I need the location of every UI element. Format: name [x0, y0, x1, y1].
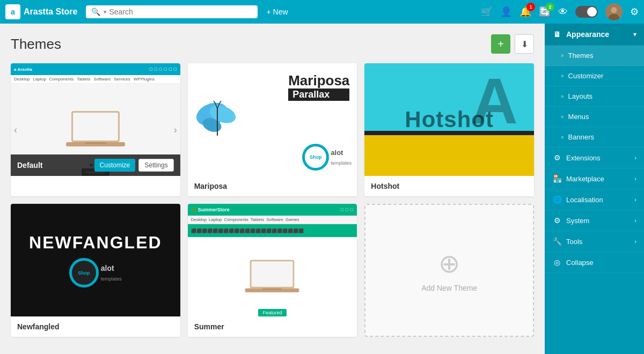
search-dropdown-icon[interactable]: ▾ [104, 9, 107, 16]
summer-featured-badge: Featured [258, 309, 286, 316]
theme-card-mariposa: Mariposa Parallax Shop alot templates [188, 63, 357, 196]
layouts-bullet: » [561, 93, 564, 99]
appearance-label: Appearance [566, 30, 609, 39]
sync-icon[interactable]: 🔄 2 [539, 6, 551, 18]
customizer-label: Customizer [568, 72, 604, 80]
theme-preview-newfangled: Newfangled Shop alot templates [11, 204, 180, 316]
download-button[interactable]: ⬇ [515, 34, 534, 54]
account-icon[interactable]: 👁 [558, 6, 568, 18]
tools-label: Tools [566, 238, 582, 246]
sidebar-banners[interactable]: » Banners [545, 127, 644, 148]
settings-button-default[interactable]: Settings [138, 159, 173, 172]
sidebar-localisation[interactable]: 🌐 Localisation › [545, 189, 644, 210]
system-chevron: › [634, 217, 636, 224]
summer-laptop-image [243, 257, 302, 297]
laptop-image [63, 108, 128, 151]
sidebar-tools[interactable]: 🔧 Tools › [545, 231, 644, 252]
monitor-icon: 🖥 [552, 30, 562, 39]
theme-preview-summer: 🌿 SummerStore ▢ ▢ ▢ DesktopLaptopCompone… [188, 204, 357, 316]
theme-card-hotshot: A Hotshot Hotshot [364, 63, 534, 196]
themes-bullet: » [561, 53, 564, 58]
app-logo[interactable]: a Arastta Store [5, 4, 77, 19]
new-button[interactable]: + New [266, 8, 288, 16]
theme-preview-default: a Arastta ▢ ▢ ▢ ▢ ▢ ▢ DesktopLaptopCompo… [11, 63, 180, 176]
sidebar-themes[interactable]: » Themes [545, 46, 644, 66]
localisation-label: Localisation [566, 196, 603, 204]
theme-card-newfangled: Newfangled Shop alot templates [11, 204, 180, 337]
extensions-chevron: › [634, 154, 636, 161]
topnav-right: 🛒 👤 🔔 1 🔄 2 👁 ⚙ [481, 3, 639, 20]
search-bar: 🔍 ▾ [86, 5, 258, 18]
sidebar-system[interactable]: ⚙ System › [545, 210, 644, 231]
sidebar-customizer[interactable]: » Customizer [545, 66, 644, 86]
sidebar: 🖥 Appearance ▾ » Themes » Customizer » L… [545, 24, 644, 354]
slider-right-arrow[interactable]: › [174, 124, 177, 136]
add-new-theme-card[interactable]: ⊕ Add New Theme [364, 204, 534, 337]
system-icon: ⚙ [552, 216, 562, 225]
add-theme-button[interactable]: + [491, 34, 510, 54]
avatar[interactable] [605, 3, 623, 20]
menus-bullet: » [561, 114, 564, 120]
sidebar-layouts[interactable]: » Layouts [545, 86, 644, 107]
collapse-icon: ◎ [552, 258, 562, 267]
search-icon[interactable]: 🔍 [91, 8, 100, 16]
theme-footer-hotshot: Hotshot [364, 176, 534, 196]
default-theme-overlay: Default Customize Settings [11, 154, 180, 176]
sidebar-appearance[interactable]: 🖥 Appearance ▾ [545, 24, 644, 46]
default-label: Default [17, 161, 42, 169]
theme-footer-newfangled: Newfangled [11, 316, 180, 337]
search-input[interactable] [109, 8, 252, 16]
page-title: Themes [11, 36, 61, 53]
customize-button-default[interactable]: Customize [94, 159, 136, 172]
theme-preview-hotshot: A Hotshot [364, 63, 534, 176]
theme-footer-summer: Summer [188, 316, 357, 337]
themes-grid: a Arastta ▢ ▢ ▢ ▢ ▢ ▢ DesktopLaptopCompo… [11, 63, 534, 337]
system-label: System [566, 217, 589, 225]
layout: Themes + ⬇ a Arastta ▢ ▢ ▢ ▢ ▢ ▢ Desktop… [0, 24, 644, 354]
sidebar-collapse[interactable]: ◎ Collapse [545, 252, 644, 273]
svg-rect-14 [262, 288, 282, 290]
parallax-label: Parallax [288, 88, 349, 101]
app-title: Arastta Store [24, 7, 77, 17]
settings-icon[interactable]: ⚙ [630, 6, 639, 18]
cart-icon[interactable]: 🛒 [481, 6, 493, 18]
svg-rect-4 [73, 113, 118, 141]
theme-toggle[interactable] [575, 6, 598, 18]
layouts-label: Layouts [568, 92, 593, 100]
svg-rect-6 [85, 142, 106, 144]
add-theme-label: Add New Theme [421, 284, 477, 292]
main-actions: + ⬇ [491, 34, 534, 54]
sync-badge: 2 [546, 3, 554, 11]
tools-chevron: › [634, 238, 636, 245]
sidebar-menus[interactable]: » Menus [545, 107, 644, 127]
main-header: Themes + ⬇ [11, 34, 534, 54]
svg-rect-12 [252, 261, 293, 287]
theme-card-summer: 🌿 SummerStore ▢ ▢ ▢ DesktopLaptopCompone… [188, 204, 357, 337]
butterfly-image [193, 85, 258, 149]
sidebar-marketplace[interactable]: 🏪 Marketplace › [545, 168, 644, 189]
appearance-chevron: ▾ [633, 31, 636, 38]
banners-bullet: » [561, 134, 564, 140]
sidebar-extensions[interactable]: ⚙ Extensions › [545, 148, 644, 168]
menus-label: Menus [568, 113, 589, 121]
newfangled-label: Newfangled [17, 322, 60, 331]
theme-footer-mariposa: Mariposa [188, 176, 357, 196]
banners-label: Banners [568, 133, 594, 141]
user-icon[interactable]: 👤 [500, 6, 512, 18]
collapse-label: Collapse [566, 259, 594, 267]
slider-left-arrow[interactable]: ‹ [14, 124, 17, 136]
customizer-bullet: » [561, 73, 564, 79]
marketplace-chevron: › [634, 175, 636, 182]
add-theme-icon: ⊕ [438, 248, 460, 278]
tools-icon: 🔧 [552, 237, 562, 246]
localisation-chevron: › [634, 196, 636, 203]
extensions-icon: ⚙ [552, 153, 562, 162]
summer-label: Summer [194, 322, 224, 331]
theme-preview-mariposa: Mariposa Parallax Shop alot templates [188, 63, 357, 176]
mariposa-label: Mariposa [194, 182, 227, 190]
summer-logo: 🌿 SummerStore [191, 207, 230, 212]
newfangled-text: Newfangled [29, 233, 162, 253]
notifications-icon[interactable]: 🔔 1 [519, 6, 531, 18]
theme-card-default: a Arastta ▢ ▢ ▢ ▢ ▢ ▢ DesktopLaptopCompo… [11, 63, 180, 196]
topnav: a Arastta Store 🔍 ▾ + New 🛒 👤 🔔 1 🔄 2 👁 [0, 0, 644, 24]
